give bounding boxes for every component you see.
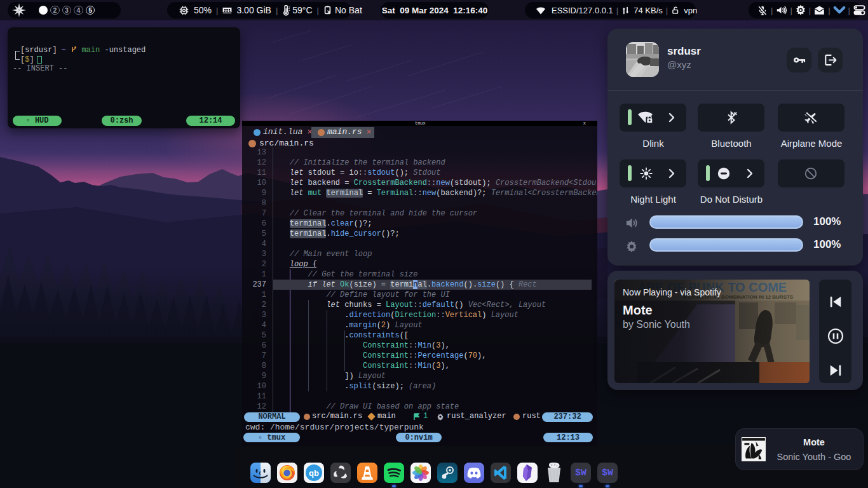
- svg-text:qb: qb: [309, 468, 319, 478]
